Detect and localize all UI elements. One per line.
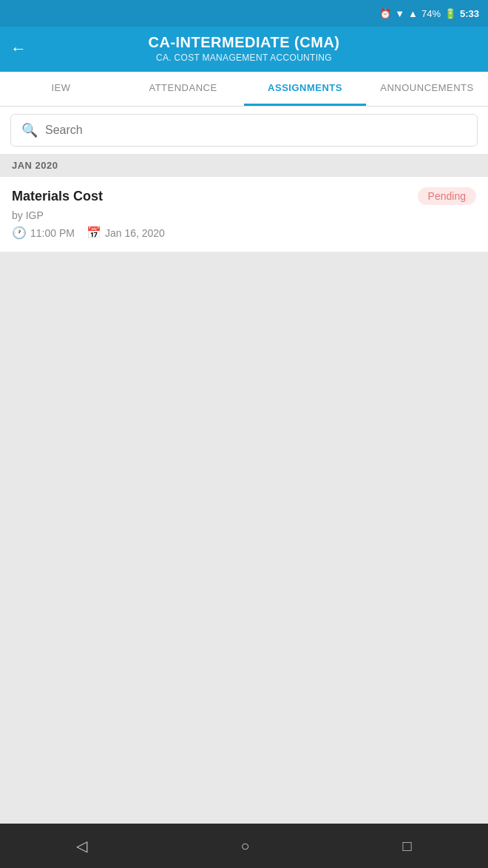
header: ← CA-INTERMEDIATE (CMA) CA. COST MANAGEM… [0, 27, 488, 72]
assignment-card[interactable]: Materials Cost Pending by IGP 🕐 11:00 PM… [0, 177, 488, 252]
status-badge: Pending [418, 187, 476, 205]
header-subtitle: CA. COST MANAGEMENT ACCOUNTING [149, 53, 340, 63]
assignment-top: Materials Cost Pending [12, 187, 476, 205]
clock-icon: 🕐 [12, 226, 27, 240]
bottom-nav: ◁ ○ □ [0, 824, 488, 868]
search-icon: 🔍 [21, 122, 38, 138]
time-display: 5:33 [460, 8, 479, 19]
search-input[interactable] [45, 124, 467, 137]
status-bar: ⏰ ▼ ▲ 74% 🔋 5:33 [0, 0, 488, 27]
nav-recent-button[interactable]: □ [380, 832, 433, 861]
assignment-meta: 🕐 11:00 PM 📅 Jan 16, 2020 [12, 226, 476, 240]
signal-icon: ▲ [408, 8, 418, 19]
assignment-time-text: 11:00 PM [30, 227, 75, 239]
tab-bar: IEW ATTENDANCE ASSIGNMENTS ANNOUNCEMENTS [0, 72, 488, 107]
header-title: CA-INTERMEDIATE (CMA) [149, 34, 340, 51]
wifi-icon: ▼ [395, 8, 404, 19]
battery-text: 74% [421, 8, 441, 19]
content-area [0, 252, 488, 824]
nav-back-button[interactable]: ◁ [54, 831, 109, 861]
assignment-date: 📅 Jan 16, 2020 [87, 226, 165, 240]
section-header: JAN 2020 [0, 154, 488, 177]
tab-iew[interactable]: IEW [0, 72, 122, 106]
back-button[interactable]: ← [10, 41, 27, 57]
search-box: 🔍 [10, 114, 478, 147]
header-title-block: CA-INTERMEDIATE (CMA) CA. COST MANAGEMEN… [149, 34, 340, 63]
tab-attendance[interactable]: ATTENDANCE [122, 72, 244, 106]
search-container: 🔍 [0, 107, 488, 154]
calendar-icon: 📅 [87, 226, 101, 240]
nav-home-button[interactable]: ○ [218, 832, 271, 861]
alarm-icon: ⏰ [379, 8, 391, 19]
battery-icon: 🔋 [444, 8, 456, 19]
assignment-date-text: Jan 16, 2020 [105, 227, 165, 239]
tab-announcements[interactable]: ANNOUNCEMENTS [366, 72, 488, 106]
tab-assignments[interactable]: ASSIGNMENTS [244, 72, 366, 106]
assignment-time: 🕐 11:00 PM [12, 226, 75, 240]
assignment-author: by IGP [12, 209, 476, 221]
assignment-title: Materials Cost [12, 189, 103, 204]
